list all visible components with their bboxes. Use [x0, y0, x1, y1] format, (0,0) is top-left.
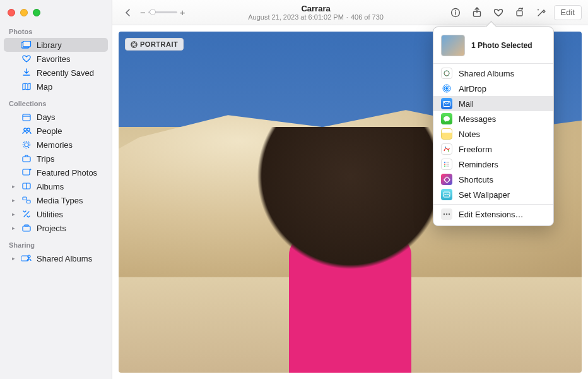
svg-point-6 [25, 143, 28, 147]
svg-rect-8 [23, 157, 30, 162]
minimize-button[interactable] [20, 9, 28, 16]
back-button[interactable] [119, 5, 136, 20]
svg-rect-2 [23, 114, 30, 121]
svg-rect-13 [27, 200, 31, 203]
zoom-knob[interactable] [150, 9, 156, 15]
window-body: Photos ▸ Library ▸ Favorites ▸ Recently … [0, 0, 588, 379]
albums-icon [21, 181, 32, 191]
airdrop-app-icon [441, 83, 452, 94]
share-button[interactable] [468, 5, 486, 20]
sidebar-item-projects[interactable]: ▸ Projects [4, 221, 108, 235]
projects-icon [21, 223, 32, 233]
sidebar-item-label: Featured Photos [37, 168, 102, 177]
shared-albums-icon [21, 253, 32, 263]
photo-subject [249, 127, 452, 373]
sidebar-item-map[interactable]: ▸ Map [4, 80, 108, 93]
edit-button[interactable]: Edit [554, 5, 582, 20]
chevron-right-icon[interactable]: ▸ [10, 225, 16, 231]
chevron-right-icon[interactable]: ▸ [10, 197, 16, 203]
sidebar-item-media-types[interactable]: ▸ Media Types [4, 193, 108, 207]
share-item-shared-albums[interactable]: Shared Albums [433, 66, 553, 81]
memories-icon [21, 140, 32, 150]
zoom-in-icon: + [180, 7, 185, 18]
share-item-set-wallpaper[interactable]: Set Wallpaper [433, 187, 553, 202]
zoom-track[interactable] [148, 11, 177, 13]
sidebar-item-label: Days [37, 112, 102, 122]
page-subtitle: August 21, 2023 at 6:01:02 PM · 406 of 7… [189, 13, 443, 21]
sidebar-item-memories[interactable]: ▸ Memories [4, 138, 108, 152]
sidebar-item-label: Favorites [37, 54, 102, 64]
sidebar-item-utilities[interactable]: ▸ Utilities [4, 207, 108, 221]
portrait-badge[interactable]: PORTRAIT [125, 38, 184, 51]
share-item-notes[interactable]: Notes [433, 126, 553, 141]
rotate-button[interactable] [511, 5, 529, 20]
sidebar-section-photos: Photos [0, 21, 112, 38]
media-types-icon [21, 195, 32, 205]
sparkle-photo-icon [21, 167, 32, 177]
library-icon [21, 40, 32, 50]
close-button[interactable] [8, 9, 15, 16]
chevron-right-icon[interactable]: ▸ [10, 255, 16, 262]
share-item-reminders[interactable]: Reminders [433, 157, 553, 172]
svg-point-4 [23, 128, 26, 131]
map-icon [21, 81, 32, 92]
sidebar-item-shared-albums[interactable]: ▸ Shared Albums [4, 251, 108, 265]
sidebar-item-label: People [37, 126, 102, 136]
sidebar-item-library[interactable]: ▸ Library [4, 38, 108, 52]
sidebar-item-recently-saved[interactable]: ▸ Recently Saved [4, 66, 108, 80]
sidebar-item-albums[interactable]: ▸ Albums [4, 179, 108, 193]
svg-point-26 [445, 87, 448, 90]
share-popover-title: 1 Photo Selected [471, 41, 532, 50]
main-pane: − + Carrara August 21, 2023 at 6:01:02 P… [112, 0, 588, 379]
aperture-icon [131, 41, 138, 48]
sidebar-item-label: Projects [37, 224, 102, 233]
reminders-app-icon [441, 159, 452, 170]
zoom-slider[interactable]: − + [140, 7, 185, 18]
auto-enhance-button[interactable] [532, 5, 550, 20]
sidebar-item-label: Shared Albums [37, 254, 102, 263]
info-button[interactable] [447, 5, 464, 20]
sidebar-item-days[interactable]: ▸ Days [4, 110, 108, 124]
sidebar-item-people[interactable]: ▸ People [4, 124, 108, 138]
sidebar-item-label: Utilities [37, 210, 102, 219]
suitcase-icon [21, 153, 32, 164]
svg-point-40 [444, 214, 445, 215]
share-item-mail[interactable]: Mail [433, 96, 553, 111]
calendar-icon [21, 112, 32, 122]
sidebar: Photos ▸ Library ▸ Favorites ▸ Recently … [0, 0, 112, 379]
share-popover-header: 1 Photo Selected [433, 31, 553, 61]
sidebar-item-label: Library [37, 40, 102, 50]
sidebar-item-favorites[interactable]: ▸ Favorites [4, 52, 108, 66]
svg-rect-38 [444, 176, 450, 183]
traffic-lights [0, 3, 112, 21]
zoom-out-icon: − [140, 7, 146, 18]
sidebar-item-trips[interactable]: ▸ Trips [4, 152, 108, 165]
svg-rect-12 [23, 197, 26, 200]
chevron-right-icon[interactable]: ▸ [10, 183, 16, 190]
share-item-freeform[interactable]: Freeform [433, 141, 553, 157]
sidebar-item-label: Map [37, 82, 102, 92]
shared-albums-app-icon [441, 68, 452, 79]
svg-rect-15 [25, 225, 28, 226]
share-thumbnail [441, 35, 465, 56]
maximize-button[interactable] [33, 9, 40, 16]
sidebar-section-sharing: Sharing [0, 235, 112, 251]
messages-app-icon [441, 113, 452, 124]
svg-point-17 [28, 255, 30, 258]
freeform-app-icon [441, 143, 452, 155]
sidebar-item-label: Memories [37, 140, 102, 150]
svg-point-23 [131, 41, 137, 47]
share-item-shortcuts[interactable]: Shortcuts [433, 172, 553, 187]
people-icon [21, 126, 32, 136]
share-item-messages[interactable]: Messages [433, 111, 553, 126]
sidebar-item-featured-photos[interactable]: ▸ Featured Photos [4, 165, 108, 179]
chevron-right-icon[interactable]: ▸ [10, 211, 16, 217]
share-item-edit-extensions[interactable]: Edit Extensions… [433, 207, 553, 222]
shortcuts-app-icon [441, 174, 452, 185]
share-popover: 1 Photo Selected Shared Albums AirDrop M… [433, 27, 554, 226]
svg-rect-22 [517, 11, 522, 16]
share-item-airdrop[interactable]: AirDrop [433, 81, 553, 96]
notes-app-icon [441, 128, 452, 140]
favorite-button[interactable] [490, 5, 507, 20]
utilities-icon [21, 209, 32, 219]
